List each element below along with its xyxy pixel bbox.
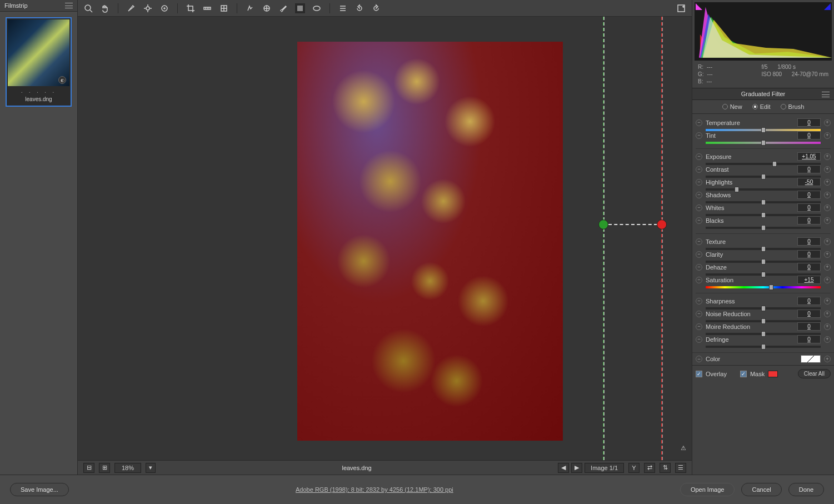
texture-slider[interactable] (706, 248, 821, 250)
shadows-slider-handle[interactable] (761, 199, 766, 205)
clear-all-button[interactable]: Clear All (798, 369, 831, 378)
warning-icon[interactable]: ⚠ (681, 445, 686, 452)
sharpness-minus-icon[interactable]: − (696, 298, 702, 305)
temperature-minus-icon[interactable]: − (696, 119, 702, 126)
tint-minus-icon[interactable]: − (696, 132, 702, 139)
whites-minus-icon[interactable]: − (696, 204, 702, 211)
overlay-checkbox[interactable]: ✓ (696, 371, 702, 377)
swap-view-icon[interactable]: ⇅ (660, 463, 671, 473)
blacks-minus-icon[interactable]: − (696, 217, 702, 224)
settings-sliders-icon[interactable]: ☰ (675, 463, 686, 473)
crop-tool-icon[interactable] (186, 3, 196, 13)
noise-plus-icon[interactable]: + (824, 311, 831, 317)
blacks-slider[interactable] (706, 227, 821, 229)
preset-icon[interactable] (676, 3, 686, 13)
clarity-value[interactable]: 0 (797, 250, 821, 258)
shadows-minus-icon[interactable]: − (696, 192, 702, 198)
sharpness-slider[interactable] (706, 307, 821, 310)
shadows-slider[interactable] (706, 201, 821, 203)
texture-value[interactable]: 0 (797, 237, 821, 246)
temperature-plus-icon[interactable]: + (824, 119, 831, 126)
noise-value[interactable]: 0 (797, 310, 821, 318)
defringe-plus-icon[interactable]: + (824, 336, 831, 343)
grid-toggle-icon[interactable]: ⊟ (83, 463, 94, 473)
noise-minus-icon[interactable]: − (696, 311, 702, 317)
shadow-clip-warning-icon[interactable] (696, 3, 702, 10)
defringe-slider-handle[interactable] (761, 344, 766, 350)
exposure-plus-icon[interactable]: + (824, 153, 831, 160)
before-after-icon[interactable]: Y (628, 463, 640, 473)
color-minus-icon[interactable]: − (696, 356, 702, 362)
texture-minus-icon[interactable]: − (696, 238, 702, 245)
compare-view-icon[interactable]: ⇄ (644, 463, 655, 473)
dehaze-plus-icon[interactable]: + (824, 264, 831, 271)
thumbnail-rating-dots[interactable]: . . . . . (8, 86, 69, 95)
highlight-clip-warning-icon[interactable] (824, 3, 831, 10)
highlights-minus-icon[interactable]: − (696, 179, 702, 186)
gradient-start-line[interactable] (603, 17, 604, 460)
dehaze-minus-icon[interactable]: − (696, 264, 702, 271)
targeted-adjustment-tool-icon[interactable] (159, 3, 169, 13)
highlights-slider[interactable] (706, 188, 821, 191)
blacks-plus-icon[interactable]: + (824, 217, 831, 224)
contrast-plus-icon[interactable]: + (824, 166, 831, 173)
mask-checkbox[interactable]: ✓ (740, 371, 747, 377)
hand-tool-icon[interactable] (100, 3, 110, 13)
gradient-end-handle[interactable] (657, 219, 667, 229)
mask-color-swatch[interactable] (768, 371, 778, 377)
temperature-slider-handle[interactable] (761, 127, 766, 133)
dehaze-slider[interactable] (706, 273, 821, 276)
dehaze-value[interactable]: 0 (797, 263, 821, 271)
moire-slider[interactable] (706, 333, 821, 335)
moire-minus-icon[interactable]: − (696, 323, 702, 330)
gradient-end-line[interactable] (661, 17, 662, 460)
sharpness-plus-icon[interactable]: + (824, 298, 831, 305)
image-canvas[interactable]: ⚠ (78, 17, 692, 460)
image-info-link[interactable]: Adobe RGB (1998); 8 bit; 2832 by 4256 (1… (76, 486, 673, 493)
sharpness-slider-handle[interactable] (761, 306, 766, 311)
color-plus-icon[interactable]: + (824, 356, 831, 362)
moire-plus-icon[interactable]: + (824, 323, 831, 330)
zoom-tool-icon[interactable] (83, 3, 93, 13)
save-image-button[interactable]: Save Image... (10, 483, 69, 496)
defringe-slider[interactable] (706, 346, 821, 348)
tint-slider[interactable] (706, 142, 821, 144)
defringe-value[interactable]: 0 (797, 335, 821, 343)
rotate-cw-icon[interactable] (371, 3, 381, 13)
noise-slider-handle[interactable] (761, 318, 766, 324)
contrast-slider-handle[interactable] (761, 174, 766, 179)
mode-new[interactable]: New (722, 103, 742, 110)
panel-menu-icon[interactable] (822, 92, 830, 97)
exposure-slider[interactable] (706, 163, 821, 165)
color-swatch[interactable] (801, 355, 821, 363)
contrast-minus-icon[interactable]: − (696, 166, 702, 173)
defringe-minus-icon[interactable]: − (696, 336, 702, 343)
saturation-plus-icon[interactable]: + (824, 277, 831, 283)
preferences-icon[interactable] (338, 3, 348, 13)
blacks-slider-handle[interactable] (761, 225, 766, 231)
temperature-value[interactable]: 0 (797, 118, 821, 127)
texture-slider-handle[interactable] (761, 246, 766, 252)
blacks-value[interactable]: 0 (797, 216, 821, 224)
noise-slider[interactable] (706, 320, 821, 322)
rotate-ccw-icon[interactable] (354, 3, 364, 13)
shadows-plus-icon[interactable]: + (824, 192, 831, 198)
straighten-tool-icon[interactable] (202, 3, 212, 13)
next-image-icon[interactable]: ▶ (571, 463, 582, 473)
saturation-minus-icon[interactable]: − (696, 277, 702, 283)
highlights-slider-handle[interactable] (735, 187, 739, 192)
clarity-plus-icon[interactable]: + (824, 251, 831, 258)
saturation-slider-handle[interactable] (769, 285, 773, 290)
shadows-value[interactable]: 0 (797, 191, 821, 199)
saturation-value[interactable]: +15 (797, 276, 821, 284)
sharpness-value[interactable]: 0 (797, 297, 821, 305)
graduated-filter-tool-icon[interactable] (295, 3, 305, 13)
grid-toggle-2-icon[interactable]: ⊞ (99, 463, 110, 473)
saturation-slider[interactable] (706, 286, 821, 288)
highlights-plus-icon[interactable]: + (824, 179, 831, 186)
open-image-button[interactable]: Open Image (680, 483, 735, 496)
exposure-slider-handle[interactable] (772, 161, 777, 167)
whites-slider[interactable] (706, 214, 821, 216)
tint-value[interactable]: 0 (797, 131, 821, 139)
cancel-button[interactable]: Cancel (741, 483, 781, 496)
